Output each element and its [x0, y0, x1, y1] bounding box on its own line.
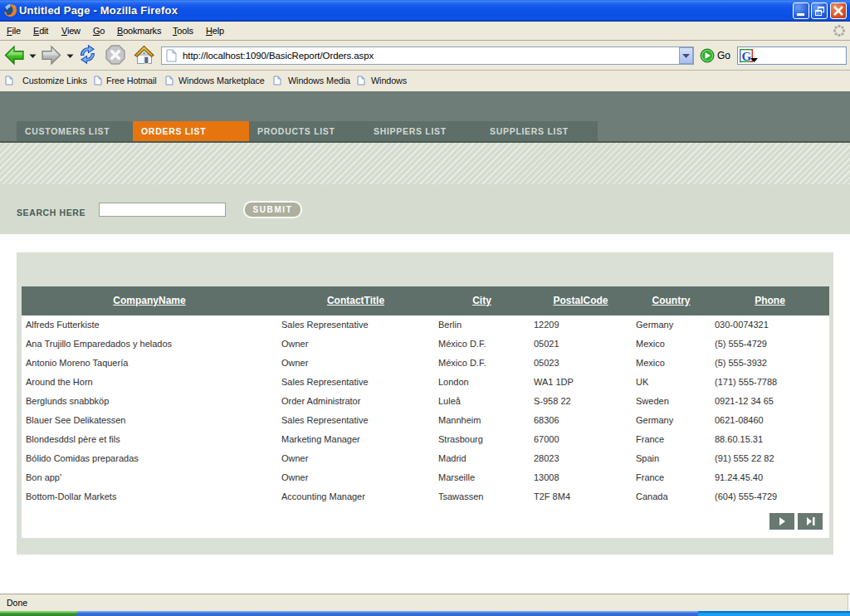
- svg-text:G: G: [742, 50, 752, 63]
